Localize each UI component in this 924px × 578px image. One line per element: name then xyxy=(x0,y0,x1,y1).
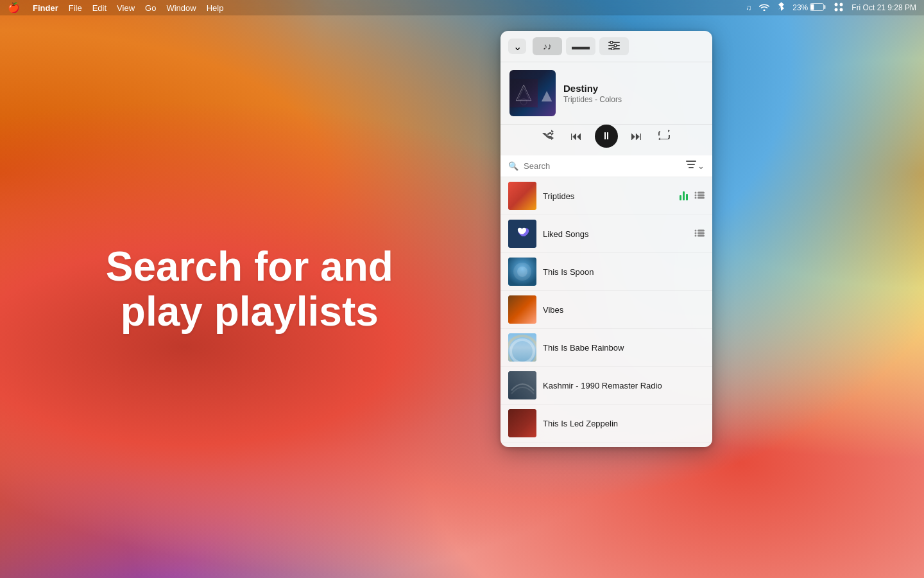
svg-rect-2 xyxy=(811,4,814,10)
bar2 xyxy=(683,191,685,200)
now-playing-indicator xyxy=(680,191,688,200)
menubar-view[interactable]: View xyxy=(117,3,135,13)
collapse-button[interactable]: ⌄ xyxy=(508,39,526,54)
battery-status: 23% xyxy=(792,3,826,13)
playlist-thumbnail xyxy=(508,409,536,437)
bar3 xyxy=(686,194,688,200)
list-item[interactable]: Blue xyxy=(501,442,712,447)
list-item[interactable]: Liked Songs xyxy=(501,215,712,253)
desktop-headline: Search for and play playlists xyxy=(89,244,410,335)
menubar-edit[interactable]: Edit xyxy=(92,3,107,13)
previous-button[interactable]: ⏮ xyxy=(568,127,585,146)
svg-rect-25 xyxy=(697,194,705,196)
menubar-help[interactable]: Help xyxy=(207,3,224,13)
playlist-thumbnail xyxy=(508,333,536,362)
svg-rect-21 xyxy=(508,182,536,210)
svg-point-24 xyxy=(695,194,697,196)
playlist-thumbnail xyxy=(508,258,536,286)
list-item[interactable]: This Is Spoon xyxy=(501,253,712,291)
music-notes-icon: ♪♪ xyxy=(543,41,552,51)
search-input[interactable] xyxy=(524,161,681,171)
menubar-window[interactable]: Window xyxy=(166,3,196,13)
repeat-icon xyxy=(658,130,671,143)
battery-percentage: 23% xyxy=(792,3,808,12)
playlist-menu-icon[interactable] xyxy=(694,229,705,239)
settings-button[interactable] xyxy=(599,37,629,55)
search-bar: 🔍 ⌄ xyxy=(501,155,712,177)
filter-icon xyxy=(686,161,696,171)
pause-icon: ⏸ xyxy=(601,130,612,142)
svg-rect-19 xyxy=(687,164,695,165)
skip-forward-icon: ⏭ xyxy=(631,130,642,143)
playlist-thumbnail xyxy=(508,220,536,248)
list-item[interactable]: This Is Babe Rainbow xyxy=(501,329,712,367)
next-button[interactable]: ⏭ xyxy=(628,127,645,146)
svg-point-3 xyxy=(835,3,838,6)
search-icon: 🔍 xyxy=(508,161,518,171)
svg-rect-17 xyxy=(509,79,538,107)
svg-point-11 xyxy=(614,44,617,47)
playlist-name: Liked Songs xyxy=(543,229,688,239)
svg-rect-34 xyxy=(697,234,705,236)
sliders-icon xyxy=(608,41,620,52)
battery-icon xyxy=(810,3,826,13)
playlist-menu-icon[interactable] xyxy=(694,191,705,201)
play-pause-button[interactable]: ⏸ xyxy=(595,125,618,148)
playlist-name: Triptides xyxy=(543,191,671,201)
playlist-thumbnail xyxy=(508,182,536,210)
control-center-icon[interactable] xyxy=(834,2,844,14)
skip-back-icon: ⏮ xyxy=(570,130,582,143)
svg-point-26 xyxy=(695,197,697,198)
music-status-icon[interactable]: ♫ xyxy=(746,3,751,12)
svg-point-6 xyxy=(840,8,843,11)
svg-rect-18 xyxy=(686,161,696,162)
playlist-name: This Is Babe Rainbow xyxy=(543,343,705,353)
playlist-name: This Is Led Zeppelin xyxy=(543,419,705,428)
svg-point-12 xyxy=(612,48,614,50)
svg-rect-23 xyxy=(697,191,705,193)
repeat-button[interactable] xyxy=(655,127,673,146)
shuffle-button[interactable] xyxy=(540,127,558,146)
svg-point-22 xyxy=(695,191,697,193)
filter-button[interactable]: ⌄ xyxy=(686,161,705,171)
popup-toolbar: ⌄ ♪♪ ▬▬ xyxy=(501,31,712,62)
playlist-thumbnail xyxy=(508,295,536,324)
svg-rect-30 xyxy=(697,229,705,231)
queue-icon: ▬▬ xyxy=(572,41,590,51)
playlist-name: Kashmir - 1990 Remaster Radio xyxy=(543,381,705,390)
playlist-name: Vibes xyxy=(543,305,705,315)
menubar-go[interactable]: Go xyxy=(145,3,156,13)
list-item[interactable]: This Is Led Zeppelin xyxy=(501,405,712,442)
filter-chevron-icon: ⌄ xyxy=(697,161,705,171)
svg-rect-32 xyxy=(697,232,705,234)
track-album: Triptides - Colors xyxy=(563,95,703,104)
svg-rect-42 xyxy=(508,371,536,399)
chevron-down-icon: ⌄ xyxy=(513,40,522,53)
playlist-list: Triptides xyxy=(501,177,712,447)
playlist-name: This Is Spoon xyxy=(543,267,705,277)
svg-point-4 xyxy=(840,3,843,6)
menubar-right: ♫ 23% xyxy=(746,2,916,14)
svg-rect-20 xyxy=(689,167,694,168)
bluetooth-icon[interactable] xyxy=(777,2,785,14)
menubar-app-name[interactable]: Finder xyxy=(33,3,58,13)
shuffle-icon xyxy=(542,130,555,143)
wifi-icon[interactable] xyxy=(759,3,769,13)
playlist-thumbnail xyxy=(508,371,536,399)
svg-rect-27 xyxy=(697,197,705,198)
list-item[interactable]: Vibes xyxy=(501,291,712,329)
menubar-left: 🍎 Finder File Edit View Go Window Help xyxy=(8,2,223,13)
svg-point-33 xyxy=(695,234,697,236)
menubar-file[interactable]: File xyxy=(69,3,82,13)
list-item[interactable]: Kashmir - 1990 Remaster Radio xyxy=(501,367,712,405)
music-tab-button[interactable]: ♪♪ xyxy=(533,37,562,55)
player-popup: ⌄ ♪♪ ▬▬ xyxy=(501,31,712,447)
svg-point-37 xyxy=(517,267,527,277)
list-item[interactable]: Triptides xyxy=(501,177,712,215)
queue-button[interactable]: ▬▬ xyxy=(566,37,595,55)
menubar: 🍎 Finder File Edit View Go Window Help ♫… xyxy=(0,0,924,15)
svg-rect-38 xyxy=(508,295,536,324)
apple-menu[interactable]: 🍎 xyxy=(8,2,20,13)
svg-point-29 xyxy=(695,229,697,231)
datetime: Fri Oct 21 9:28 PM xyxy=(851,3,916,12)
